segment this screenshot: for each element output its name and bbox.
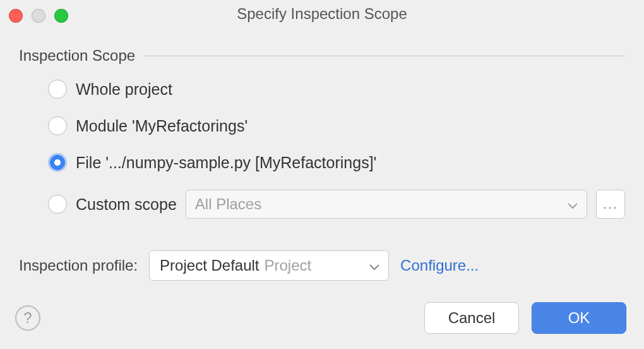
option-label: Module 'MyRefactorings' <box>76 117 247 135</box>
radio-icon[interactable] <box>48 195 67 214</box>
ellipsis-icon: ... <box>603 196 618 212</box>
button-label: Cancel <box>448 309 496 327</box>
option-module[interactable]: Module 'MyRefactorings' <box>48 116 625 135</box>
content-area: Inspection Scope Whole project Module 'M… <box>0 28 644 281</box>
option-whole-project[interactable]: Whole project <box>48 80 625 99</box>
titlebar: Specify Inspection Scope <box>0 0 644 28</box>
minimize-icon <box>32 9 45 23</box>
traffic-lights <box>9 9 68 23</box>
group-title: Inspection Scope <box>19 47 135 64</box>
zoom-icon[interactable] <box>54 9 68 23</box>
option-custom-scope-row: Custom scope All Places ... <box>48 190 625 219</box>
divider <box>144 56 625 56</box>
option-file[interactable]: File '.../numpy-sample.py [MyRefactoring… <box>48 153 625 172</box>
button-label: OK <box>568 309 590 327</box>
profile-selected: Project Default <box>160 257 259 274</box>
profile-dropdown[interactable]: Project Default Project <box>149 250 389 281</box>
help-button[interactable]: ? <box>15 305 40 331</box>
chevron-down-icon <box>369 257 379 274</box>
configure-link[interactable]: Configure... <box>400 257 479 274</box>
button-bar: Cancel OK <box>424 302 626 334</box>
profile-label: Inspection profile: <box>19 257 138 274</box>
custom-scope-dropdown[interactable]: All Places <box>186 190 587 219</box>
inspection-profile-row: Inspection profile: Project Default Proj… <box>19 250 625 281</box>
dropdown-value: All Places <box>195 195 261 213</box>
scope-options: Whole project Module 'MyRefactorings' Fi… <box>48 80 625 219</box>
option-label: File '.../numpy-sample.py [MyRefactoring… <box>76 154 376 172</box>
dialog-footer: ? Cancel OK <box>0 302 644 349</box>
option-label[interactable]: Custom scope <box>76 195 177 214</box>
radio-icon-selected[interactable] <box>48 153 67 172</box>
help-icon: ? <box>23 309 32 327</box>
group-header: Inspection Scope <box>19 47 625 64</box>
more-button[interactable]: ... <box>596 190 625 219</box>
dialog-window: Specify Inspection Scope Inspection Scop… <box>0 0 644 349</box>
chevron-down-icon <box>568 195 578 213</box>
cancel-button[interactable]: Cancel <box>424 302 519 334</box>
window-title: Specify Inspection Scope <box>237 5 407 23</box>
radio-icon[interactable] <box>48 116 67 135</box>
ok-button[interactable]: OK <box>532 302 626 334</box>
profile-scope: Project <box>265 257 312 274</box>
option-label: Whole project <box>76 80 172 99</box>
close-icon[interactable] <box>9 9 23 23</box>
radio-icon[interactable] <box>48 80 67 99</box>
